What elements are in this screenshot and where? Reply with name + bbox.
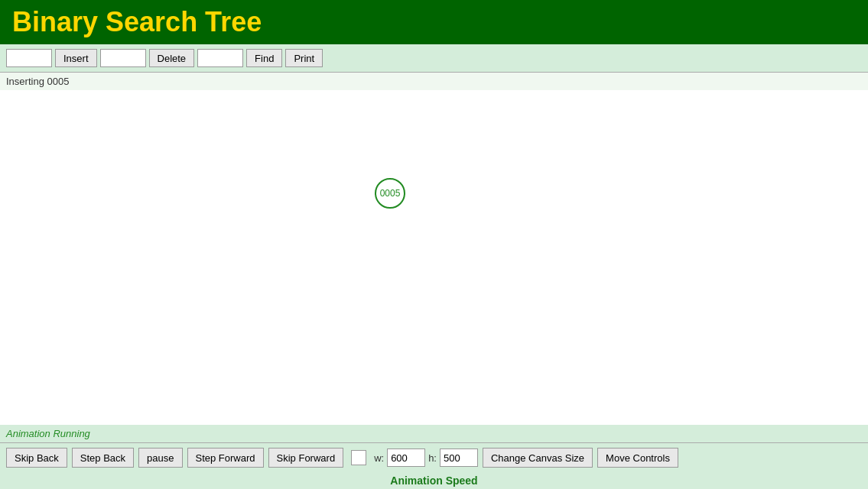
header: Binary Search Tree [0, 0, 868, 44]
speed-slider[interactable] [351, 450, 366, 465]
tree-node: 0005 [375, 178, 405, 209]
step-back-button[interactable]: Step Back [72, 448, 134, 468]
animation-status: Animation Running [0, 425, 868, 442]
change-canvas-button[interactable]: Change Canvas Size [483, 448, 593, 468]
delete-button[interactable]: Delete [149, 49, 195, 67]
find-input[interactable] [197, 49, 243, 67]
animation-speed-bar: Animation Speed [0, 472, 868, 489]
height-label: h: [428, 452, 437, 464]
bottom-controls: Skip Back Step Back pause Step Forward S… [0, 442, 868, 472]
page-title: Binary Search Tree [12, 6, 856, 38]
animation-speed-label: Animation Speed [390, 474, 477, 487]
animation-running-label: Animation Running [6, 428, 90, 439]
skip-back-button[interactable]: Skip Back [6, 448, 67, 468]
pause-button[interactable]: pause [138, 448, 182, 468]
insert-button[interactable]: Insert [55, 49, 97, 67]
toolbar: Insert Delete Find Print [0, 44, 868, 73]
print-button[interactable]: Print [285, 49, 323, 67]
find-button[interactable]: Find [246, 49, 282, 67]
step-forward-button[interactable]: Step Forward [187, 448, 264, 468]
insert-input[interactable] [6, 49, 52, 67]
move-controls-button[interactable]: Move Controls [597, 448, 678, 468]
delete-input[interactable] [100, 49, 146, 67]
skip-forward-button[interactable]: Skip Forward [268, 448, 344, 468]
width-label: w: [374, 452, 384, 464]
width-input[interactable] [387, 449, 425, 467]
dimension-group: w: h: [374, 449, 478, 467]
height-input[interactable] [440, 449, 478, 467]
status-area: Inserting 0005 [0, 73, 868, 90]
canvas-area: 0005 [0, 90, 868, 425]
status-message: Inserting 0005 [6, 76, 69, 87]
